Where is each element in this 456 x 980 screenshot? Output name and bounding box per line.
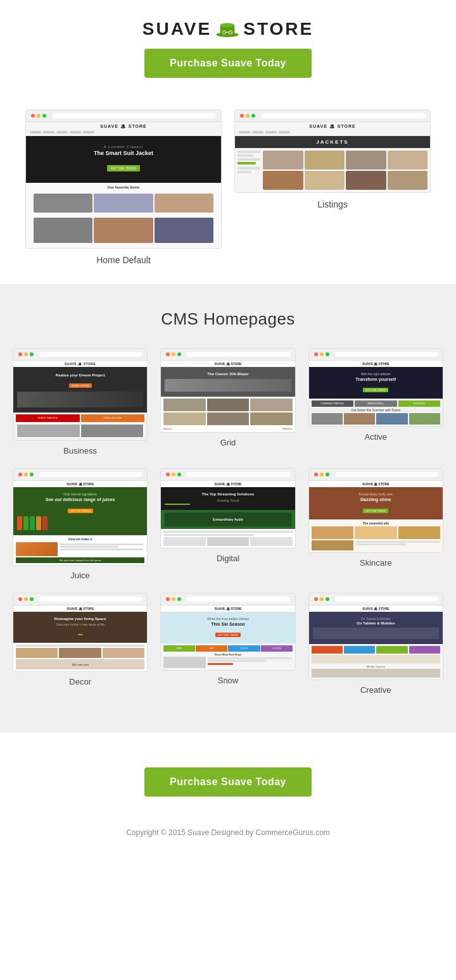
cms-screenshot-juice: SUAVE 🎩 STORE Only natural ingredients S…: [13, 468, 148, 565]
top-screenshots-section: SUAVE 🎩 STORE A London Classic The Smart…: [0, 109, 456, 284]
cms-label-skincare: Skincare: [308, 558, 443, 568]
cms-label-active: Active: [308, 432, 443, 442]
cms-label-snow: Snow: [160, 676, 295, 685]
juice-hero: Only natural ingredients See our delicio…: [13, 487, 147, 535]
screenshot-listings: SUAVE 🎩 STORE JACKETS: [234, 109, 431, 265]
creative-hero: On Tablets & Mobiles On Tablets & Mobile…: [309, 612, 443, 645]
logo-mini: SUAVE 🎩 STORE: [309, 481, 443, 487]
screenshot-home-img: SUAVE 🎩 STORE A London Classic The Smart…: [25, 109, 222, 249]
digital-bottom: [161, 529, 294, 548]
juice-bottom: How we make it We use fresh oranges from…: [13, 535, 147, 565]
mock-home-items: Our favorite Items: [26, 183, 221, 248]
cms-label-digital: Digital: [160, 554, 295, 563]
mock-listings-sidebar: [238, 151, 263, 190]
snow-bottom: SKIING SALE GLOVES CLOTHES Snow Wear Bes…: [161, 643, 294, 670]
business-hero: Realize your Dream Project SUAVE OFFER: [13, 367, 147, 413]
suave-logo-mini-home: SUAVE 🎩 STORE: [26, 122, 221, 131]
cms-item-grid: SUAVE 🎩 STORE The Classic Silk Blazer: [160, 348, 295, 456]
logo-text-after: STORE: [243, 19, 314, 39]
cms-screenshot-creative: SUAVE 🎩 STORE On Tablets & Mobiles On Ta…: [308, 593, 443, 681]
logo-text-before: SUAVE: [142, 19, 212, 39]
active-bottom: STAMINA TRAINING BASKETBALL RUNNING Get …: [309, 399, 443, 426]
logo-mini: SUAVE 🎩 STORE: [13, 481, 147, 487]
cms-screenshot-business: SUAVE 🎩 STORE Realize your Dream Project…: [13, 348, 148, 442]
suave-logo-mini-listings: SUAVE 🎩 STORE: [235, 122, 430, 131]
logo-mini: SUAVE 🎩 STORE: [309, 361, 443, 367]
mock-listings-grid: [263, 151, 428, 190]
screenshot-listings-label: Listings: [234, 199, 431, 209]
cms-screenshot-decor: SUAVE 🎩 STORE Reimagine your living Spac…: [13, 593, 148, 673]
mock-home-hero: A London Classic The Smart Suit Jacket G…: [26, 136, 221, 183]
grid-hero: The Classic Silk Blazer: [161, 367, 294, 397]
decor-hero: Reimagine your living Space Give your ho…: [13, 612, 147, 643]
cms-title: CMS Homepages: [13, 309, 443, 329]
logo-mini: SUAVE 🎩 STORE: [13, 605, 147, 612]
snow-hero: When the frost settles clothes This Ski …: [161, 612, 294, 643]
footer-copyright: Copyright © 2015 Suave Designed by Comme…: [13, 828, 443, 850]
creative-bottom: Modern Layouts: [309, 644, 443, 679]
cms-label-decor: Decor: [13, 677, 148, 686]
grid-bottom: Blazers Watches: [161, 397, 294, 432]
cms-grid: SUAVE 🎩 STORE Realize your Dream Project…: [13, 348, 443, 695]
skincare-hero: Extraordinary body care Dazzling shine G…: [309, 487, 443, 519]
digital-mid: Extraordinary Audio: [161, 510, 294, 529]
screenshot-listings-img: SUAVE 🎩 STORE JACKETS: [234, 109, 431, 193]
skincare-bottom: The essential oils: [309, 519, 443, 552]
cms-item-creative: SUAVE 🎩 STORE On Tablets & Mobiles On Ta…: [308, 593, 443, 695]
logo-mini: SUAVE 🎩 STORE: [309, 605, 443, 612]
mock-listings-header: JACKETS: [235, 136, 430, 148]
cms-item-digital: SUAVE 🎩 STORE The Top Streaming Solution…: [160, 468, 295, 580]
cms-label-juice: Juice: [13, 571, 148, 580]
screenshot-home-label: Home Default: [25, 255, 222, 265]
svg-point-2: [220, 23, 235, 27]
cms-section: CMS Homepages SUAVE 🎩 STORE Realize your…: [0, 284, 456, 733]
cms-label-business: Business: [13, 446, 148, 456]
cms-screenshot-snow: SUAVE 🎩 STORE When the frost settles clo…: [160, 593, 295, 671]
cms-screenshot-grid: SUAVE 🎩 STORE The Classic Silk Blazer: [160, 348, 295, 433]
logo-mini: SUAVE 🎩 STORE: [161, 361, 294, 367]
logo-mini: SUAVE 🎩 STORE: [161, 605, 294, 612]
digital-hero: The Top Streaming Solutions Amazing Soun…: [161, 487, 294, 510]
juice-footer-banner: We use fresh oranges from the grove: [16, 557, 144, 563]
mock-listings-body: [235, 148, 430, 192]
purchase-button-bottom[interactable]: Purchase Suave Today: [144, 767, 312, 797]
cms-item-skincare: SUAVE 🎩 STORE Extraordinary body care Da…: [308, 468, 443, 580]
cms-label-grid: Grid: [160, 438, 295, 447]
screenshot-home-default: SUAVE 🎩 STORE A London Classic The Smart…: [25, 109, 222, 265]
business-bottom: SUPER SERVICE FREE DELIVER: [13, 412, 147, 440]
logo: SUAVE STORE: [142, 19, 314, 39]
bottom-section: Purchase Suave Today Copyright © 2015 Su…: [0, 733, 456, 862]
logo-mini: SUAVE 🎩 STORE: [161, 481, 294, 487]
active-hero: With the right attitude Transform yourse…: [309, 367, 443, 399]
cms-label-creative: Creative: [308, 685, 443, 695]
cms-item-juice: SUAVE 🎩 STORE Only natural ingredients S…: [13, 468, 148, 580]
cms-screenshot-skincare: SUAVE 🎩 STORE Extraordinary body care Da…: [308, 468, 443, 552]
logo-icon: [215, 20, 239, 39]
cms-item-decor: SUAVE 🎩 STORE Reimagine your living Spac…: [13, 593, 148, 695]
cms-screenshot-active: SUAVE 🎩 STORE With the right attitude Tr…: [308, 348, 443, 427]
cms-item-snow: SUAVE 🎩 STORE When the frost settles clo…: [160, 593, 295, 695]
mock-nav-listings: [235, 131, 430, 136]
mock-nav-home: [26, 131, 221, 136]
purchase-button-top[interactable]: Purchase Suave Today: [144, 49, 312, 78]
cms-screenshot-digital: SUAVE 🎩 STORE The Top Streaming Solution…: [160, 468, 295, 549]
logo-mini: SUAVE 🎩 STORE: [13, 361, 147, 367]
header: SUAVE STORE Purchase Suave Today: [0, 0, 456, 109]
cms-item-business: SUAVE 🎩 STORE Realize your Dream Project…: [13, 348, 148, 456]
cms-item-active: SUAVE 🎩 STORE With the right attitude Tr…: [308, 348, 443, 456]
decor-bottom: QR Code area: [13, 643, 147, 671]
